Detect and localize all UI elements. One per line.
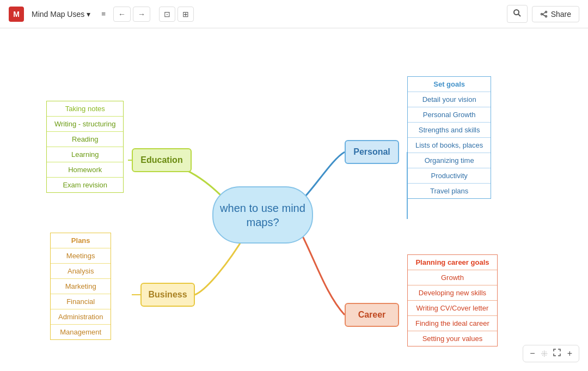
list-item[interactable]: Administration [51,309,111,325]
layout-button[interactable]: ⊞ [177,7,194,22]
list-item[interactable]: Writing - structuring [47,117,123,132]
education-node[interactable]: Education [132,148,192,172]
list-item[interactable]: Writing CV/Cover letter [408,301,497,316]
list-item[interactable]: Homework [47,162,123,178]
list-item[interactable]: Set goals [408,77,491,92]
central-node: when to use mind maps? [212,186,313,244]
list-item[interactable]: Travel plans [408,184,491,198]
svg-line-6 [542,14,545,16]
personal-node[interactable]: Personal [345,140,399,164]
list-item[interactable]: Exam revision [47,178,123,192]
svg-point-2 [545,11,547,13]
list-item[interactable]: Developing new skills [408,285,497,301]
list-item[interactable]: Setting your values [408,331,497,346]
back-button[interactable]: ← [113,7,131,22]
mind-map-canvas: when to use mind maps? Education Persona… [0,28,588,371]
list-item[interactable]: Growth [408,270,497,285]
career-node[interactable]: Career [345,303,399,327]
doc-title: Mind Map Uses [32,10,84,19]
list-item[interactable]: Planning career goals [408,255,497,270]
forward-button[interactable]: → [133,7,150,22]
list-item[interactable]: Meetings [51,248,111,264]
list-item[interactable]: Organizing time [408,153,491,168]
svg-point-0 [514,10,519,15]
svg-line-1 [518,14,520,16]
share-label: Share [551,10,571,19]
career-leaves: Planning career goals Growth Developing … [407,254,498,346]
app-logo: M [9,7,24,22]
nav-buttons: ← → [113,7,150,22]
personal-leaves: Set goals Detail your vision Personal Gr… [407,76,491,199]
list-item[interactable]: Learning [47,147,123,162]
business-leaves: Plans Meetings Analysis Marketing Financ… [50,233,111,340]
list-item[interactable]: Reading [47,132,123,147]
list-item[interactable]: Marketing [51,279,111,294]
header: M Mind Map Uses ▾ ≡ ← → ⊡ ⊞ Share [0,0,588,28]
svg-point-4 [545,15,547,17]
list-item[interactable]: Strengths and skills [408,123,491,138]
list-item[interactable]: Personal Growth [408,107,491,123]
list-item[interactable]: Lists of books, places [408,138,491,153]
header-right: Share [507,5,579,23]
title-button[interactable]: Mind Map Uses ▾ [28,8,94,21]
business-node[interactable]: Business [140,283,195,307]
list-item[interactable]: Analysis [51,264,111,279]
menu-button[interactable]: ≡ [98,8,109,20]
svg-point-3 [541,13,542,15]
list-item[interactable]: Plans [51,233,111,248]
education-leaves: Taking notes Writing - structuring Readi… [46,101,124,193]
list-item[interactable]: Management [51,325,111,339]
list-item[interactable]: Productivity [408,168,491,184]
search-button[interactable] [507,5,528,23]
list-item[interactable]: Taking notes [47,101,123,117]
list-item[interactable]: Finding the ideal career [408,316,497,331]
list-item[interactable]: Financial [51,294,111,309]
share-button[interactable]: Share [532,6,579,22]
list-item[interactable]: Detail your vision [408,92,491,107]
view-buttons: ⊡ ⊞ [159,7,194,22]
svg-line-5 [542,12,545,14]
header-left: M Mind Map Uses ▾ ≡ ← → ⊡ ⊞ [9,7,194,22]
frame-button[interactable]: ⊡ [159,7,175,22]
